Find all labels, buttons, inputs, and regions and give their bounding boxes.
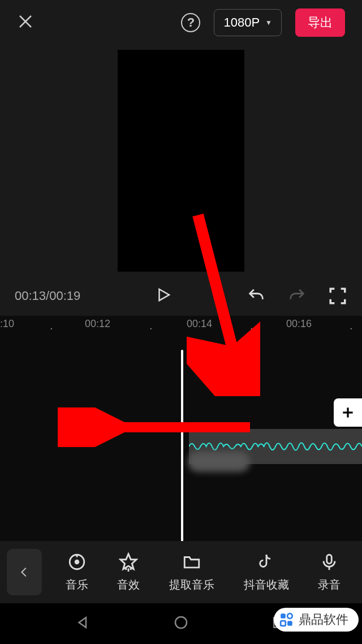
svg-point-16 — [175, 617, 187, 628]
folder-icon — [182, 552, 201, 572]
export-button[interactable]: 导出 — [295, 8, 345, 37]
help-icon[interactable]: ? — [181, 13, 200, 32]
svg-rect-20 — [281, 621, 286, 626]
close-icon[interactable] — [17, 11, 34, 35]
svg-rect-13 — [327, 555, 332, 564]
timeline[interactable]: 0:10 · 00:12 · 00:14 · 00:16 · — [0, 316, 362, 542]
music-button[interactable]: 音乐 — [66, 552, 88, 593]
fullscreen-button[interactable] — [328, 286, 347, 306]
undo-button[interactable] — [247, 286, 266, 306]
mic-icon — [320, 552, 339, 572]
nav-back-icon[interactable] — [75, 614, 92, 633]
douyin-icon — [257, 552, 276, 572]
playhead[interactable] — [181, 350, 183, 542]
svg-marker-9 — [120, 553, 136, 569]
time-display: 00:13/00:19 — [15, 289, 80, 303]
redo-button[interactable] — [287, 286, 307, 306]
video-preview — [0, 45, 362, 276]
watermark-badge: 鼎品软件 — [274, 608, 359, 632]
play-button[interactable] — [155, 286, 172, 306]
svg-rect-18 — [281, 613, 286, 619]
nav-home-icon[interactable] — [173, 614, 189, 633]
svg-marker-2 — [160, 289, 170, 300]
add-clip-button[interactable] — [334, 398, 362, 427]
svg-rect-21 — [287, 621, 292, 626]
sound-effect-button[interactable]: 音效 — [117, 552, 140, 593]
extract-music-button[interactable]: 提取音乐 — [169, 552, 214, 593]
audio-clip-label — [188, 452, 250, 472]
record-button[interactable]: 录音 — [318, 552, 341, 593]
timeline-ruler: 0:10 · 00:12 · 00:14 · 00:16 · — [0, 316, 362, 329]
video-canvas[interactable] — [118, 50, 244, 272]
star-icon — [119, 552, 138, 572]
resolution-selector[interactable]: 1080P ▼ — [214, 9, 282, 36]
svg-point-19 — [287, 613, 292, 619]
svg-point-8 — [75, 560, 79, 564]
back-button[interactable] — [7, 549, 42, 595]
chevron-down-icon: ▼ — [265, 19, 272, 27]
svg-marker-15 — [79, 617, 86, 628]
audio-toolbar: 音乐 音效 提取音乐 抖音收藏 录音 — [0, 541, 362, 603]
resolution-label: 1080P — [223, 15, 260, 30]
douyin-favorites-button[interactable]: 抖音收藏 — [244, 552, 289, 593]
watermark-logo-icon — [279, 612, 294, 627]
music-icon — [67, 552, 87, 572]
